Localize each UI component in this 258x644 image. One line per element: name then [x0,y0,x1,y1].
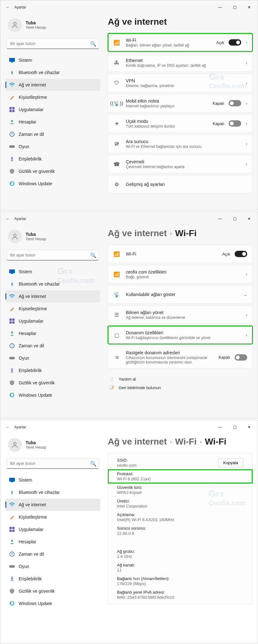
nav-item-personalization[interactable]: Kişiselleştirme [5,303,100,315]
detail-row: Açıklama:Intel(R) Wi-Fi 6 AX201 160MHz [108,510,252,524]
nav-item-time[interactable]: Zaman ve dil [5,128,100,140]
nav-item-system[interactable]: Sistem [5,54,100,66]
nav-item-system[interactable]: Sistem [5,266,100,278]
detail-row-ssid: SSID: ceofix.com Kopyala [108,456,252,470]
nav-item-network[interactable]: Ağ ve internet [5,499,100,511]
close-button[interactable]: ✕ [242,214,256,224]
setting-card-2[interactable]: 🛡VPNEkleme, bağlanma, yönetme› [108,74,253,92]
apps-icon [9,318,15,324]
window-title: Ayarlar [14,5,26,9]
wifi-card-2[interactable]: 📡Kullanılabilir ağları göster⌄ [108,285,253,304]
toggle-switch[interactable] [229,100,241,106]
nav-label: Erişilebilirlik [19,156,42,161]
nav-item-privacy[interactable]: Gizlilik ve güvenlik [5,165,100,177]
user-block[interactable]: Tuba Yerel Hesap [5,14,100,38]
wifi-card-0[interactable]: 📶Wi-FiAçık [108,245,253,263]
breadcrumb-wifi[interactable]: Wi-Fi [175,437,197,447]
nav-item-bluetooth[interactable]: ᚼBluetooth ve cihazlar [5,66,100,79]
nav-label: Bluetooth ve cihazlar [19,70,60,75]
personalization-icon [9,306,15,312]
nav-item-accounts[interactable]: Hesaplar [5,116,100,128]
nav-item-gaming[interactable]: Oyun [5,560,100,572]
nav-item-time[interactable]: Zaman ve dil [5,340,100,352]
search-input[interactable] [7,458,99,469]
chevron-down-icon: ⌄ [243,292,247,297]
nav-item-update[interactable]: Windows Update [5,389,100,401]
state-label: Kapalı [212,121,224,126]
toggle-switch[interactable] [235,251,247,257]
nav-item-accessibility[interactable]: Erişilebilirlik [5,573,100,585]
nav-label: Sistem [19,477,32,483]
maximize-button[interactable]: ▢ [227,214,242,224]
nav-item-privacy[interactable]: Gizlilik ve güvenlik [5,377,100,389]
setting-card-7[interactable]: ⚙Gelişmiş ağ ayarları [108,175,253,193]
toggle-switch[interactable] [229,120,241,127]
nav-item-accessibility[interactable]: Erişilebilirlik [5,364,100,376]
back-button[interactable]: ← [2,216,14,221]
nav-item-accounts[interactable]: Hesaplar [5,327,100,339]
wifi-card-4[interactable]: ▢Donanım özellikleriWi-Fi bağdaştırıcısı… [108,326,253,344]
svg-rect-31 [12,530,15,532]
close-button[interactable]: ✕ [242,422,256,432]
setting-card-3[interactable]: ((📡))Mobil etkin noktaİnternet bağlantın… [108,94,253,112]
minimize-button[interactable]: — [213,422,227,432]
nav-item-network[interactable]: Ağ ve internet [5,79,100,91]
card-title: Donanım özellikleri [126,330,240,335]
nav-item-system[interactable]: Sistem [5,474,100,486]
maximize-button[interactable]: ▢ [227,422,242,432]
nav-item-gaming[interactable]: Oyun [5,352,100,364]
maximize-button[interactable]: ▢ [227,2,242,12]
breadcrumb-network[interactable]: Ağ ve internet [108,228,167,238]
nav-item-accessibility[interactable]: Erişilebilirlik [5,153,100,165]
search-input[interactable] [7,38,99,49]
setting-card-5[interactable]: 🖳Ara sunucuWi-Fi ve Ethernet bağlantılar… [108,135,253,153]
nav-item-gaming[interactable]: Oyun [5,141,100,153]
help-link[interactable]: ❔ Yardım al [108,375,253,383]
wifi-card-5[interactable]: ⤭Rastgele donanım adresleriCihazınızın k… [108,346,253,369]
toggle-switch[interactable] [235,354,247,361]
copy-button[interactable]: Kopyala [218,458,243,467]
user-block[interactable]: Tuba Yerel Hesap [5,226,100,250]
nav-item-apps[interactable]: Uygulamalar [5,523,100,535]
detail-value: Intel Corporation [117,504,243,508]
chevron-right-icon: › [246,40,247,45]
wifi-card-3[interactable]: ☰Bilinen ağları yönetAğ ekleme, kaldırma… [108,306,253,324]
nav-item-personalization[interactable]: Kişiselleştirme [5,91,100,103]
nav-item-privacy[interactable]: Gizlilik ve güvenlik [5,585,100,597]
nav-item-update[interactable]: Windows Update [5,178,100,190]
nav-item-apps[interactable]: Uygulamalar [5,104,100,116]
card-icon: 🖧 [113,60,120,66]
nav-item-personalization[interactable]: Kişiselleştirme [5,511,100,523]
detail-label: Protokol: [117,471,243,476]
nav-item-accounts[interactable]: Hesaplar [5,536,100,548]
close-button[interactable]: ✕ [242,2,256,12]
nav-item-update[interactable]: Windows Update [5,597,100,609]
back-button[interactable]: ← [2,425,14,430]
setting-card-4[interactable]: ✈Uçak moduTüm kablosuz iletişimi durdurK… [108,114,253,133]
minimize-button[interactable]: — [213,214,227,224]
setting-card-6[interactable]: ☎ÇevirmeliÇevirmeli İnternet bağlantısı … [108,155,253,173]
toggle-switch[interactable] [229,39,241,46]
svg-rect-10 [9,145,15,148]
feedback-link[interactable]: 📝 Geri bildirimde bulunun [108,383,253,392]
minimize-button[interactable]: — [213,2,227,12]
card-title: Gelişmiş ağ ayarları [126,182,242,187]
search-icon: 🔍 [90,41,96,47]
setting-card-0[interactable]: 📶Wi-FiBağlan, bilinen ağları yönet, tari… [108,33,253,52]
nav-item-network[interactable]: Ağ ve internet [5,290,100,302]
nav-item-apps[interactable]: Uygulamalar [5,315,100,327]
nav-item-bluetooth[interactable]: ᚼBluetooth ve cihazlar [5,486,100,498]
setting-card-1[interactable]: 🖧EthernetKimlik doğrulama, IP ve DNS aya… [108,54,253,72]
breadcrumb-network[interactable]: Ağ ve internet [108,437,167,447]
nav-item-bluetooth[interactable]: ᚼBluetooth ve cihazlar [5,278,100,290]
update-icon [9,392,15,398]
svg-rect-1 [9,58,15,62]
wifi-card-1[interactable]: 📶ceofix.com özellikleriBağlı, güvenli› [108,265,253,283]
back-button[interactable]: ← [2,5,14,10]
user-block[interactable]: Tuba Yerel Hesap [5,434,100,458]
nav-item-time[interactable]: Zaman ve dil [5,548,100,560]
breadcrumb-current: Wi-Fi [205,437,226,447]
card-title: Wi-Fi [126,38,211,43]
search-input[interactable] [7,250,99,261]
detail-value: Wi-Fi 6 (802.11ax) [117,477,243,481]
